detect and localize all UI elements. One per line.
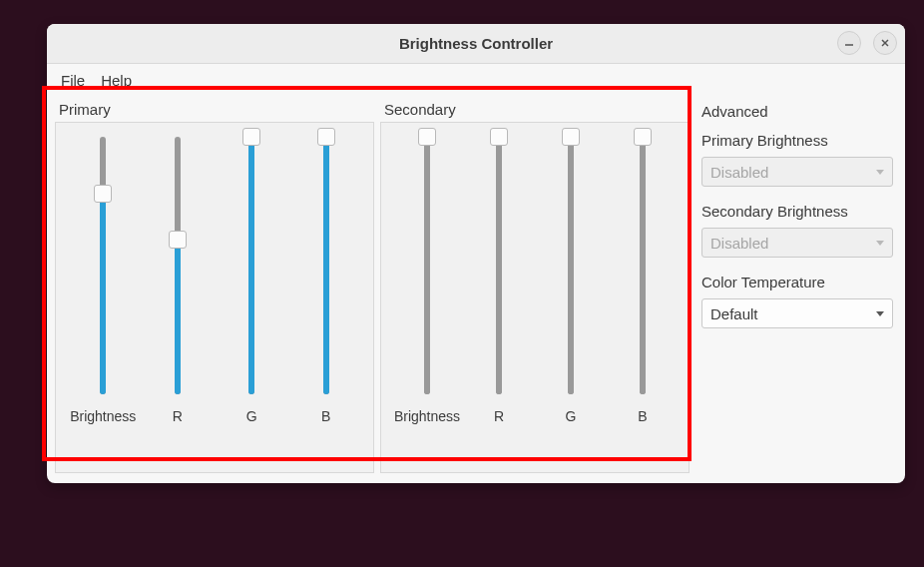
menubar: File Help <box>47 64 905 95</box>
minimize-button[interactable] <box>837 31 861 55</box>
secondary-brightness-combo[interactable]: Disabled <box>701 228 893 258</box>
combo-value: Disabled <box>710 235 768 252</box>
content-area: Primary Brightness R G <box>47 95 905 483</box>
slider-label: G <box>566 408 577 424</box>
secondary-brightness-slider[interactable]: Brightness <box>391 131 463 410</box>
color-temp-label: Color Temperature <box>701 272 893 298</box>
secondary-g-slider[interactable]: G <box>535 131 607 410</box>
secondary-b-slider[interactable]: B <box>607 131 679 410</box>
slider-label: Brightness <box>394 408 460 424</box>
secondary-sliders: Brightness R G B <box>391 131 679 410</box>
titlebar: Brightness Controller <box>47 24 905 64</box>
primary-brightness-combo[interactable]: Disabled <box>701 157 893 187</box>
chevron-down-icon <box>876 241 884 246</box>
menu-help[interactable]: Help <box>93 68 140 93</box>
primary-panel: Primary Brightness R G <box>55 99 374 473</box>
secondary-panel: Secondary Brightness R G <box>380 99 690 473</box>
slider-label: R <box>173 408 183 424</box>
primary-slider-box: Brightness R G B <box>55 122 374 473</box>
secondary-r-slider[interactable]: R <box>463 131 535 410</box>
chevron-down-icon <box>876 170 884 175</box>
sliders-group: Primary Brightness R G <box>55 99 692 473</box>
slider-track <box>100 137 106 394</box>
primary-brightness-slider[interactable]: Brightness <box>66 131 141 410</box>
primary-g-slider[interactable]: G <box>215 131 289 410</box>
window-controls <box>837 31 897 55</box>
slider-label: B <box>321 408 330 424</box>
menu-file-accel: F <box>61 72 70 89</box>
advanced-title: Advanced <box>701 101 893 130</box>
primary-brightness-label: Primary Brightness <box>701 130 893 157</box>
slider-label: Brightness <box>70 408 136 424</box>
menu-file-rest: ile <box>70 72 85 89</box>
minimize-icon <box>843 37 855 49</box>
primary-r-slider[interactable]: R <box>141 131 216 410</box>
combo-value: Disabled <box>710 164 768 181</box>
secondary-brightness-label: Secondary Brightness <box>701 201 893 228</box>
color-temp-combo[interactable]: Default <box>701 298 893 328</box>
menu-help-rest: elp <box>112 72 132 89</box>
slider-label: G <box>246 408 257 424</box>
app-window: Brightness Controller File Help Primary <box>47 24 905 483</box>
menu-help-accel: H <box>101 72 112 89</box>
window-title: Brightness Controller <box>399 35 553 52</box>
close-icon <box>879 37 891 49</box>
primary-b-slider[interactable]: B <box>289 131 364 410</box>
secondary-title: Secondary <box>380 99 690 122</box>
combo-value: Default <box>710 305 758 322</box>
primary-title: Primary <box>55 99 374 122</box>
chevron-down-icon <box>876 311 884 316</box>
slider-label: R <box>494 408 504 424</box>
close-button[interactable] <box>873 31 897 55</box>
menu-file[interactable]: File <box>53 68 93 93</box>
primary-sliders: Brightness R G B <box>66 131 363 410</box>
advanced-panel: Advanced Primary Brightness Disabled Sec… <box>697 99 897 473</box>
secondary-slider-box: Brightness R G B <box>380 122 690 473</box>
slider-label: B <box>638 408 647 424</box>
